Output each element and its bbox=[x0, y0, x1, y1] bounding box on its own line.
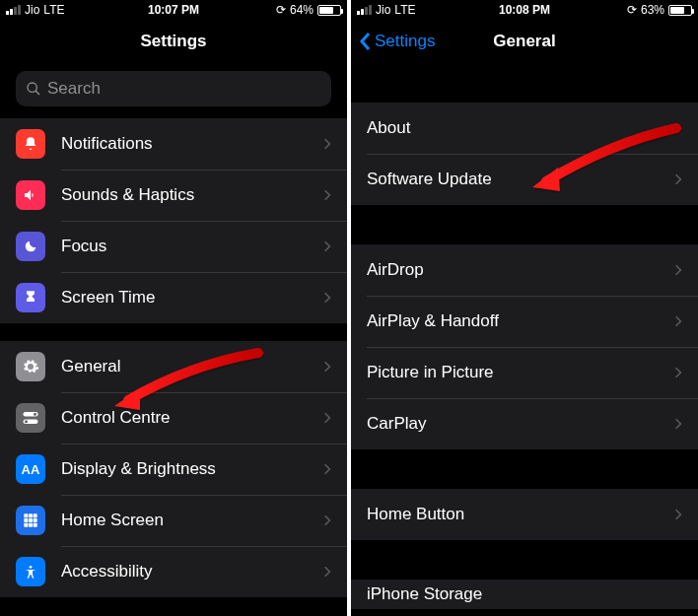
status-time: 10:07 PM bbox=[148, 3, 199, 17]
aa-icon: AA bbox=[16, 454, 45, 484]
svg-rect-11 bbox=[34, 518, 37, 522]
row-label: Notifications bbox=[61, 134, 323, 154]
row-sounds[interactable]: Sounds & Haptics bbox=[0, 170, 347, 221]
search-icon bbox=[26, 81, 41, 97]
row-accessibility[interactable]: Accessibility bbox=[0, 546, 347, 597]
chevron-right-icon bbox=[323, 360, 331, 374]
svg-rect-8 bbox=[34, 513, 37, 517]
row-label: iPhone Storage bbox=[367, 584, 682, 604]
chevron-right-icon bbox=[674, 121, 682, 135]
row-storage[interactable]: iPhone Storage bbox=[351, 580, 698, 609]
status-time: 10:08 PM bbox=[499, 3, 550, 17]
settings-group-2: General Control Centre AA Display & Brig… bbox=[0, 341, 347, 597]
chevron-right-icon bbox=[323, 291, 331, 305]
row-label: About bbox=[367, 118, 674, 138]
general-group-3: Home Button bbox=[351, 489, 698, 540]
page-title: General bbox=[493, 32, 555, 51]
rotation-lock-icon: ⟳ bbox=[276, 3, 286, 17]
row-label: Sounds & Haptics bbox=[61, 185, 323, 205]
chevron-right-icon bbox=[674, 508, 682, 521]
row-controlcentre[interactable]: Control Centre bbox=[0, 392, 347, 444]
row-label: AirPlay & Handoff bbox=[367, 311, 674, 331]
search-placeholder: Search bbox=[47, 79, 101, 99]
status-bar: Jio LTE 10:07 PM ⟳ 64% bbox=[0, 0, 347, 20]
bell-icon bbox=[16, 129, 45, 159]
svg-rect-10 bbox=[29, 518, 33, 522]
toggles-icon bbox=[16, 403, 45, 433]
nav-header: Settings General bbox=[351, 20, 698, 63]
network-label: LTE bbox=[394, 3, 415, 17]
row-label: Home Screen bbox=[61, 511, 323, 530]
row-notifications[interactable]: Notifications bbox=[0, 118, 347, 170]
chevron-right-icon bbox=[674, 314, 682, 328]
row-label: AirDrop bbox=[367, 260, 674, 280]
svg-rect-14 bbox=[34, 523, 37, 527]
battery-percent: 64% bbox=[290, 3, 314, 17]
general-group-1: About Software Update bbox=[351, 103, 698, 205]
carrier-label: Jio bbox=[376, 3, 390, 17]
row-label: Control Centre bbox=[61, 408, 323, 428]
settings-group-1: Notifications Sounds & Haptics Focus Scr… bbox=[0, 118, 347, 323]
svg-rect-12 bbox=[24, 523, 28, 527]
battery-icon bbox=[317, 5, 341, 16]
row-display[interactable]: AA Display & Brightness bbox=[0, 444, 347, 495]
row-label: Display & Brightness bbox=[61, 459, 323, 479]
chevron-right-icon bbox=[674, 263, 682, 277]
svg-rect-9 bbox=[24, 518, 28, 522]
grid-icon bbox=[16, 506, 45, 535]
row-airplay[interactable]: AirPlay & Handoff bbox=[351, 296, 698, 347]
carrier-label: Jio bbox=[25, 3, 39, 17]
signal-icon bbox=[357, 5, 372, 15]
gear-icon bbox=[16, 352, 45, 381]
svg-point-0 bbox=[28, 83, 36, 92]
hourglass-icon bbox=[16, 283, 45, 312]
accessibility-icon bbox=[16, 557, 45, 586]
row-about[interactable]: About bbox=[351, 103, 698, 154]
row-label: Picture in Picture bbox=[367, 363, 674, 382]
chevron-right-icon bbox=[323, 513, 331, 527]
chevron-right-icon bbox=[323, 137, 331, 151]
general-group-2: AirDrop AirPlay & Handoff Picture in Pic… bbox=[351, 244, 698, 449]
speaker-icon bbox=[16, 180, 45, 210]
svg-rect-6 bbox=[24, 513, 28, 517]
row-software-update[interactable]: Software Update bbox=[351, 154, 698, 205]
svg-point-5 bbox=[25, 420, 28, 423]
row-label: Focus bbox=[61, 237, 323, 256]
back-label: Settings bbox=[375, 32, 435, 51]
row-label: CarPlay bbox=[367, 414, 674, 434]
battery-percent: 63% bbox=[641, 3, 664, 17]
row-pip[interactable]: Picture in Picture bbox=[351, 347, 698, 398]
search-input[interactable]: Search bbox=[16, 71, 331, 106]
chevron-right-icon bbox=[323, 565, 331, 579]
signal-icon bbox=[6, 5, 21, 15]
row-focus[interactable]: Focus bbox=[0, 221, 347, 272]
svg-rect-13 bbox=[29, 523, 33, 527]
chevron-left-icon bbox=[359, 32, 371, 51]
row-homescreen[interactable]: Home Screen bbox=[0, 495, 347, 546]
svg-point-15 bbox=[30, 566, 33, 569]
status-bar: Jio LTE 10:08 PM ⟳ 63% bbox=[351, 0, 698, 20]
svg-rect-7 bbox=[29, 513, 33, 517]
back-button[interactable]: Settings bbox=[359, 32, 435, 51]
row-label: General bbox=[61, 357, 323, 376]
settings-screen: Jio LTE 10:07 PM ⟳ 64% Settings Search N… bbox=[0, 0, 347, 616]
chevron-right-icon bbox=[323, 188, 331, 202]
row-label: Software Update bbox=[367, 170, 674, 189]
general-group-4: iPhone Storage bbox=[351, 580, 698, 609]
row-screentime[interactable]: Screen Time bbox=[0, 272, 347, 323]
row-general[interactable]: General bbox=[0, 341, 347, 392]
chevron-right-icon bbox=[674, 172, 682, 186]
chevron-right-icon bbox=[323, 462, 331, 476]
row-airdrop[interactable]: AirDrop bbox=[351, 244, 698, 296]
page-title: Settings bbox=[140, 32, 206, 51]
svg-point-4 bbox=[34, 413, 36, 416]
rotation-lock-icon: ⟳ bbox=[627, 3, 637, 17]
chevron-right-icon bbox=[323, 411, 331, 425]
chevron-right-icon bbox=[323, 240, 331, 253]
row-home-button[interactable]: Home Button bbox=[351, 489, 698, 540]
row-carplay[interactable]: CarPlay bbox=[351, 398, 698, 449]
row-label: Screen Time bbox=[61, 288, 323, 308]
chevron-right-icon bbox=[674, 417, 682, 431]
battery-icon bbox=[668, 5, 692, 16]
nav-header: Settings bbox=[0, 20, 347, 63]
